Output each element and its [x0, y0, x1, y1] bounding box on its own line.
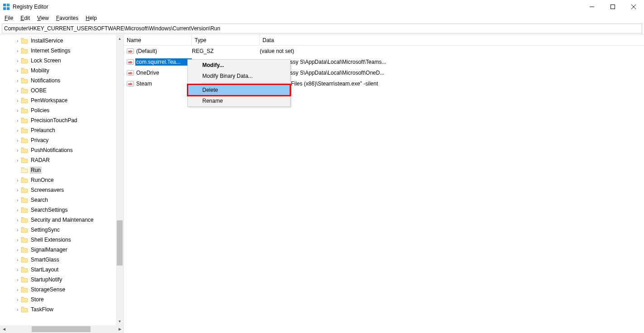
- tree-vertical-scrollbar[interactable]: ▲ ▼: [116, 35, 124, 325]
- expand-chevron-icon[interactable]: ›: [14, 307, 21, 312]
- tree-item[interactable]: › Lock Screen: [14, 56, 124, 66]
- context-menu-modify-binary[interactable]: Modify Binary Data...: [188, 71, 290, 81]
- tree-item[interactable]: › Mobility: [14, 66, 124, 76]
- scroll-thumb-h[interactable]: [32, 326, 91, 332]
- expand-chevron-icon[interactable]: ›: [14, 78, 21, 83]
- folder-icon: [21, 67, 28, 74]
- tree-item[interactable]: › Policies: [14, 105, 124, 115]
- scroll-up-arrow-icon[interactable]: ▲: [116, 35, 124, 43]
- tree-item[interactable]: › Internet Settings: [14, 46, 124, 56]
- expand-chevron-icon[interactable]: ›: [14, 198, 21, 203]
- expand-chevron-icon[interactable]: ›: [14, 257, 21, 262]
- tree-item-selected[interactable]: Run: [14, 165, 124, 175]
- address-bar[interactable]: Computer\HKEY_CURRENT_USER\SOFTWARE\Micr…: [2, 24, 642, 33]
- value-row[interactable]: ab (Default)REG_SZ(value not set): [124, 46, 644, 57]
- expand-chevron-icon[interactable]: ›: [14, 297, 21, 302]
- tree-item[interactable]: › PushNotifications: [14, 145, 124, 155]
- tree-item-label: Security and Maintenance: [30, 216, 95, 224]
- folder-icon: [21, 97, 28, 104]
- expand-chevron-icon[interactable]: ›: [14, 267, 21, 272]
- tree-item[interactable]: › RunOnce: [14, 175, 124, 185]
- menu-favorites[interactable]: Favorites: [53, 14, 81, 22]
- expand-chevron-icon[interactable]: ›: [14, 287, 21, 292]
- menu-help[interactable]: Help: [83, 14, 100, 22]
- tree-item[interactable]: › StartupNotify: [14, 275, 124, 285]
- expand-chevron-icon[interactable]: ›: [14, 277, 21, 282]
- expand-chevron-icon[interactable]: ›: [14, 108, 21, 113]
- expand-chevron-icon[interactable]: ›: [14, 118, 21, 123]
- tree-item-label: SettingSync: [30, 226, 61, 233]
- tree-item[interactable]: › Shell Extensions: [14, 235, 124, 245]
- expand-chevron-icon[interactable]: ›: [14, 247, 21, 252]
- expand-chevron-icon[interactable]: ›: [14, 68, 21, 73]
- folder-icon: [21, 57, 28, 64]
- expand-chevron-icon[interactable]: ›: [14, 58, 21, 63]
- scroll-left-arrow-icon[interactable]: ◀: [0, 325, 8, 333]
- folder-icon: [21, 38, 28, 44]
- minimize-button[interactable]: [582, 0, 602, 14]
- tree-item[interactable]: › StartLayout: [14, 265, 124, 275]
- tree-item-label: PrecisionTouchPad: [30, 117, 78, 124]
- svg-text:ab: ab: [128, 71, 132, 75]
- expand-chevron-icon[interactable]: ›: [14, 218, 21, 223]
- folder-icon: [21, 147, 28, 153]
- tree-item[interactable]: › TaskFlow: [14, 304, 124, 314]
- tree-item[interactable]: › Screensavers: [14, 185, 124, 195]
- close-button[interactable]: [623, 0, 644, 14]
- tree-item[interactable]: › SmartGlass: [14, 255, 124, 265]
- tree-item[interactable]: › SearchSettings: [14, 205, 124, 215]
- tree-item[interactable]: › StorageSense: [14, 285, 124, 295]
- context-menu-delete[interactable]: Delete: [188, 85, 290, 95]
- value-name: com.squirrel.Tea...: [135, 58, 192, 66]
- tree-pane: › InstallService› Internet Settings› Loc…: [0, 35, 124, 333]
- title-bar: Registry Editor: [0, 0, 644, 14]
- folder-icon: [21, 237, 28, 243]
- tree-item[interactable]: › Store: [14, 295, 124, 304]
- maximize-button[interactable]: [602, 0, 623, 14]
- tree-item[interactable]: › SettingSync: [14, 225, 124, 235]
- app-icon: [3, 3, 10, 10]
- expand-chevron-icon[interactable]: ›: [14, 238, 21, 243]
- tree-item[interactable]: › PrecisionTouchPad: [14, 115, 124, 125]
- folder-icon: [21, 197, 28, 203]
- expand-chevron-icon[interactable]: ›: [14, 148, 21, 153]
- expand-chevron-icon[interactable]: ›: [14, 208, 21, 213]
- expand-chevron-icon[interactable]: ›: [14, 88, 21, 93]
- menu-view[interactable]: View: [34, 14, 52, 22]
- column-header-name[interactable]: Name: [124, 35, 192, 45]
- expand-chevron-icon[interactable]: ›: [14, 98, 21, 103]
- scroll-right-arrow-icon[interactable]: ▶: [116, 325, 124, 333]
- tree-item[interactable]: › Notifications: [14, 76, 124, 86]
- tree-item[interactable]: › RADAR: [14, 155, 124, 165]
- tree-item-label: Store: [30, 296, 45, 303]
- expand-chevron-icon[interactable]: ›: [14, 228, 21, 233]
- tree-item[interactable]: › Prelaunch: [14, 125, 124, 135]
- tree-item[interactable]: › SignalManager: [14, 245, 124, 255]
- folder-icon: [21, 167, 28, 173]
- expand-chevron-icon[interactable]: ›: [14, 138, 21, 143]
- menu-file[interactable]: File: [2, 14, 16, 22]
- context-menu-rename[interactable]: Rename: [188, 95, 290, 106]
- scroll-down-arrow-icon[interactable]: ▼: [116, 318, 124, 325]
- menu-edit[interactable]: Edit: [18, 14, 33, 22]
- context-menu-modify[interactable]: Modify...: [188, 60, 290, 71]
- expand-chevron-icon[interactable]: ›: [14, 128, 21, 133]
- string-value-icon: ab: [127, 48, 134, 55]
- tree-item[interactable]: › InstallService: [14, 36, 124, 46]
- expand-chevron-icon[interactable]: ›: [14, 38, 21, 43]
- expand-chevron-icon[interactable]: ›: [14, 48, 21, 53]
- column-header-type[interactable]: Type: [192, 35, 260, 45]
- column-header-data[interactable]: Data: [260, 35, 423, 45]
- scroll-thumb[interactable]: [117, 220, 123, 266]
- tree-item[interactable]: › Security and Maintenance: [14, 215, 124, 225]
- expand-chevron-icon[interactable]: ›: [14, 178, 21, 183]
- main-split: › InstallService› Internet Settings› Loc…: [0, 34, 644, 333]
- tree-item[interactable]: › Search: [14, 195, 124, 205]
- tree-item[interactable]: › OOBE: [14, 86, 124, 95]
- tree-horizontal-scrollbar[interactable]: ◀ ▶: [0, 325, 124, 333]
- expand-chevron-icon[interactable]: ›: [14, 188, 21, 193]
- tree-item[interactable]: › PenWorkspace: [14, 95, 124, 105]
- tree-item-label: SmartGlass: [30, 256, 60, 263]
- tree-item[interactable]: › Privacy: [14, 135, 124, 145]
- expand-chevron-icon[interactable]: ›: [14, 158, 21, 163]
